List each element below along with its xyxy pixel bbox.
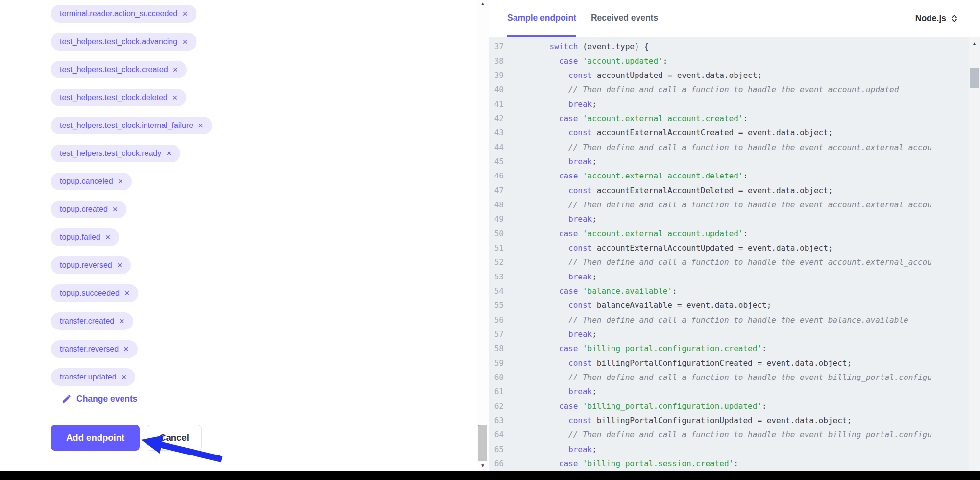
code-line: 56 // Then define and call a function to… [489, 313, 965, 327]
line-number: 46 [489, 171, 504, 180]
line-content: const accountExternalAccountUpdated = ev… [531, 243, 965, 253]
event-tag-label: test_helpers.test_clock.advancing [60, 37, 177, 46]
remove-tag-icon[interactable]: × [124, 289, 130, 298]
remove-tag-icon[interactable]: × [117, 261, 122, 270]
line-content: // Then define and call a function to ha… [531, 85, 965, 94]
line-number: 47 [489, 186, 504, 195]
code-line: 63 const billingPortalConfigurationUpdat… [489, 413, 965, 428]
event-tag-list: terminal.reader.action_succeeded×test_he… [0, 0, 477, 386]
event-tag-label: test_helpers.test_clock.deleted [60, 93, 168, 102]
tab-received-events[interactable]: Received events [591, 0, 658, 37]
event-tag-label: topup.created [60, 205, 108, 214]
page-scrollbar-thumb[interactable] [478, 425, 487, 461]
event-tag-label: topup.canceled [60, 177, 113, 186]
code-line: 55 const balanceAvailable = event.data.o… [489, 298, 965, 312]
code-line: 37 switch (event.type) { [489, 39, 965, 53]
line-number: 45 [489, 157, 504, 166]
code-line: 62 case 'billing_portal.configuration.up… [489, 399, 965, 413]
code-line: 58 case 'billing_portal.configuration.cr… [489, 341, 965, 355]
line-number: 48 [489, 200, 504, 209]
remove-tag-icon[interactable]: × [182, 37, 188, 46]
line-number: 51 [489, 243, 504, 253]
line-number: 55 [489, 301, 504, 310]
code-line: 45 break; [489, 154, 965, 169]
line-number: 65 [489, 445, 504, 454]
bottom-bar [0, 471, 980, 480]
event-tag: topup.succeeded× [51, 284, 138, 302]
line-number: 61 [489, 387, 504, 396]
remove-tag-icon[interactable]: × [118, 177, 123, 186]
line-number: 52 [489, 257, 504, 267]
line-number: 42 [489, 114, 504, 123]
event-tag-label: test_helpers.test_clock.internal_failure [60, 121, 193, 130]
remove-tag-icon[interactable]: × [172, 93, 178, 102]
code-line: 47 const accountExternalAccountDeleted =… [489, 183, 965, 197]
line-content: break; [531, 100, 965, 109]
pencil-icon [62, 394, 71, 404]
line-number: 58 [489, 344, 504, 353]
webhook-setup-page: terminal.reader.action_succeeded×test_he… [0, 0, 980, 480]
line-number: 64 [489, 430, 504, 439]
event-tag: topup.canceled× [51, 173, 132, 190]
tab-sample-endpoint[interactable]: Sample endpoint [507, 0, 576, 37]
code-line: 64 // Then define and call a function to… [489, 428, 965, 442]
line-content: // Then define and call a function to ha… [531, 143, 965, 152]
language-selector[interactable]: Node.js [915, 0, 980, 37]
remove-tag-icon[interactable]: × [119, 317, 124, 326]
remove-tag-icon[interactable]: × [166, 149, 172, 158]
remove-tag-icon[interactable]: × [113, 205, 118, 214]
line-number: 44 [489, 143, 504, 152]
line-content: case 'billing_portal.configuration.creat… [531, 344, 965, 353]
code-line: 40 // Then define and call a function to… [489, 82, 965, 97]
line-content: // Then define and call a function to ha… [531, 373, 965, 382]
line-number: 62 [489, 402, 504, 411]
code-line: 44 // Then define and call a function to… [489, 140, 965, 154]
code-scrollbar-thumb[interactable] [970, 68, 979, 88]
line-number: 37 [489, 42, 504, 51]
line-number: 39 [489, 71, 504, 80]
line-content: case 'account.external_account.updated': [531, 229, 965, 238]
code-line: 57 break; [489, 327, 965, 341]
code-scrollbar[interactable]: ▲ [969, 37, 980, 471]
event-tag: test_helpers.test_clock.created× [51, 61, 187, 78]
change-events-button[interactable]: Change events [62, 394, 137, 404]
event-tag-label: test_helpers.test_clock.ready [60, 149, 161, 158]
code-line: 65 break; [489, 442, 965, 456]
line-content: break; [531, 214, 965, 224]
remove-tag-icon[interactable]: × [122, 373, 127, 381]
line-number: 60 [489, 373, 504, 382]
line-content: break; [531, 329, 965, 339]
event-tag-label: terminal.reader.action_succeeded [60, 9, 177, 18]
event-tag-label: transfer.updated [60, 373, 117, 381]
code-line: 48 // Then define and call a function to… [489, 198, 965, 212]
scroll-down-icon[interactable]: ▼ [477, 463, 489, 468]
line-content: break; [531, 157, 965, 166]
line-content: switch (event.type) { [531, 42, 965, 51]
line-content: case 'account.external_account.created': [531, 114, 965, 123]
remove-tag-icon[interactable]: × [182, 9, 188, 18]
form-actions: Add endpoint Cancel [51, 425, 477, 451]
remove-tag-icon[interactable]: × [173, 65, 178, 74]
code-scroll-up-icon[interactable]: ▲ [969, 41, 980, 46]
line-number: 66 [489, 459, 504, 468]
scroll-up-icon[interactable]: ▲ [477, 1, 489, 6]
code-panel-tabs: Sample endpointReceived events [489, 0, 658, 37]
line-content: const accountExternalAccountCreated = ev… [531, 128, 965, 137]
line-content: case 'balance.available': [531, 286, 965, 296]
cancel-button[interactable]: Cancel [147, 425, 202, 451]
line-number: 38 [489, 56, 504, 66]
page-scrollbar[interactable]: ▲ ▼ [477, 0, 489, 471]
code-panel-header: Sample endpointReceived events Node.js [489, 0, 980, 37]
remove-tag-icon[interactable]: × [198, 121, 203, 130]
remove-tag-icon[interactable]: × [105, 233, 111, 242]
remove-tag-icon[interactable]: × [123, 345, 129, 354]
change-events-label: Change events [76, 394, 137, 404]
event-tag-label: transfer.reversed [60, 345, 119, 354]
add-endpoint-button[interactable]: Add endpoint [51, 425, 140, 451]
line-content: const accountUpdated = event.data.object… [531, 71, 965, 80]
event-tag: test_helpers.test_clock.advancing× [51, 33, 196, 51]
line-content: const billingPortalConfigurationUpdated … [531, 416, 965, 425]
event-tag: test_helpers.test_clock.ready× [51, 145, 180, 162]
line-content: break; [531, 387, 965, 396]
code-line: 38 case 'account.updated': [489, 53, 965, 68]
